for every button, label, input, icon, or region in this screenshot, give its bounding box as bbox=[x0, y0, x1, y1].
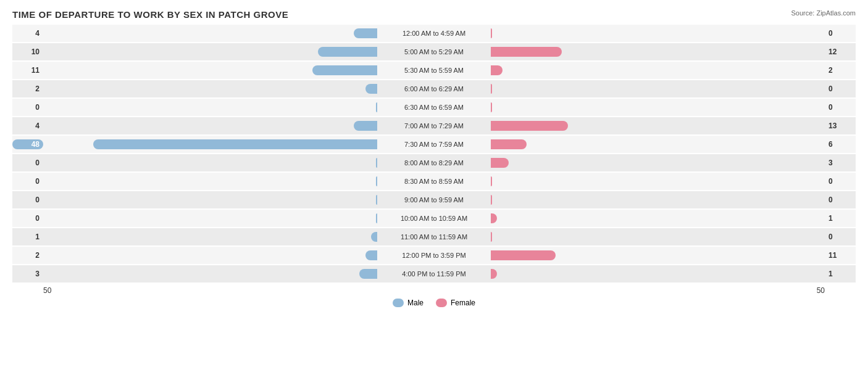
table-row: 47:00 AM to 7:29 AM13 bbox=[12, 117, 856, 134]
table-row: 09:00 AM to 9:59 AM0 bbox=[12, 191, 856, 208]
source-label: Source: ZipAtlas.com bbox=[791, 9, 856, 17]
female-bar-wrap bbox=[490, 269, 825, 279]
male-value: 10 bbox=[12, 47, 43, 56]
bars-center: 7:00 AM to 7:29 AM bbox=[43, 121, 825, 131]
female-bar bbox=[491, 176, 492, 186]
female-bar bbox=[491, 158, 509, 168]
table-row: 412:00 AM to 4:59 AM0 bbox=[12, 25, 856, 42]
bars-center: 7:30 AM to 7:59 AM bbox=[43, 139, 825, 149]
female-value: 6 bbox=[825, 140, 856, 149]
table-row: 08:30 AM to 8:59 AM0 bbox=[12, 173, 856, 190]
female-value: 0 bbox=[825, 29, 856, 38]
female-bar-wrap bbox=[490, 139, 825, 149]
chart-title: TIME OF DEPARTURE TO WORK BY SEX IN PATC… bbox=[12, 9, 856, 20]
female-bar-wrap bbox=[490, 250, 825, 260]
male-swatch bbox=[393, 299, 404, 307]
male-bar-wrap bbox=[43, 158, 378, 168]
male-bar bbox=[354, 28, 377, 38]
female-value: 0 bbox=[825, 177, 856, 186]
legend: Male Female bbox=[12, 299, 856, 307]
female-label: Female bbox=[451, 299, 475, 307]
male-bar bbox=[365, 250, 377, 260]
bars-center: 5:00 AM to 5:29 AM bbox=[43, 47, 825, 57]
male-bar-wrap bbox=[43, 28, 378, 38]
time-label: 12:00 PM to 3:59 PM bbox=[378, 252, 490, 259]
female-value: 11 bbox=[825, 251, 856, 260]
female-bar bbox=[491, 28, 492, 38]
male-bar-wrap bbox=[43, 84, 378, 94]
female-bar bbox=[491, 121, 568, 131]
male-bar-wrap bbox=[43, 232, 378, 242]
time-label: 8:00 AM to 8:29 AM bbox=[378, 159, 490, 167]
female-value: 3 bbox=[825, 159, 856, 167]
female-swatch bbox=[436, 299, 447, 307]
male-value: 3 bbox=[12, 270, 43, 278]
female-bar-wrap bbox=[490, 121, 825, 131]
bars-center: 11:00 AM to 11:59 AM bbox=[43, 232, 825, 242]
female-bar-wrap bbox=[490, 65, 825, 75]
male-label: Male bbox=[407, 299, 424, 307]
table-row: 105:00 AM to 5:29 AM12 bbox=[12, 43, 856, 60]
time-label: 9:00 AM to 9:59 AM bbox=[378, 196, 490, 204]
male-value: 0 bbox=[12, 196, 43, 204]
female-bar bbox=[491, 84, 492, 94]
male-bar-wrap bbox=[43, 250, 378, 260]
legend-male: Male bbox=[393, 299, 424, 307]
female-value: 0 bbox=[825, 233, 856, 241]
chart-area: 412:00 AM to 4:59 AM0105:00 AM to 5:29 A… bbox=[12, 25, 856, 282]
time-label: 7:30 AM to 7:59 AM bbox=[378, 141, 490, 148]
male-bar bbox=[371, 232, 377, 242]
bars-center: 8:00 AM to 8:29 AM bbox=[43, 158, 825, 168]
time-label: 6:30 AM to 6:59 AM bbox=[378, 104, 490, 111]
female-bar bbox=[491, 47, 562, 57]
bars-center: 6:00 AM to 6:29 AM bbox=[43, 84, 825, 94]
male-value: 2 bbox=[12, 251, 43, 260]
male-bar bbox=[376, 213, 377, 223]
male-bar bbox=[354, 121, 377, 131]
bars-center: 5:30 AM to 5:59 AM bbox=[43, 65, 825, 75]
male-bar-wrap bbox=[43, 195, 378, 205]
male-bar bbox=[93, 139, 377, 149]
female-value: 0 bbox=[825, 85, 856, 93]
female-bar bbox=[491, 139, 527, 149]
female-bar-wrap bbox=[490, 176, 825, 186]
bars-center: 10:00 AM to 10:59 AM bbox=[43, 213, 825, 223]
female-value: 0 bbox=[825, 103, 856, 112]
time-label: 10:00 AM to 10:59 AM bbox=[378, 215, 490, 222]
axis-labels: 50 50 bbox=[12, 284, 856, 295]
male-bar bbox=[318, 47, 377, 57]
female-value: 1 bbox=[825, 270, 856, 278]
female-bar bbox=[491, 250, 556, 260]
female-bar-wrap bbox=[490, 84, 825, 94]
female-bar bbox=[491, 65, 503, 75]
male-bar-wrap bbox=[43, 65, 378, 75]
legend-female: Female bbox=[436, 299, 475, 307]
male-bar-wrap bbox=[43, 176, 378, 186]
time-label: 12:00 AM to 4:59 AM bbox=[378, 30, 490, 37]
female-bar-wrap bbox=[490, 102, 825, 112]
table-row: 08:00 AM to 8:29 AM3 bbox=[12, 154, 856, 171]
table-row: 111:00 AM to 11:59 AM0 bbox=[12, 228, 856, 245]
female-value: 2 bbox=[825, 66, 856, 75]
male-value: 4 bbox=[12, 122, 43, 130]
male-bar-wrap bbox=[43, 121, 378, 131]
time-label: 6:00 AM to 6:29 AM bbox=[378, 85, 490, 93]
female-bar-wrap bbox=[490, 232, 825, 242]
male-bar-wrap bbox=[43, 102, 378, 112]
male-value: 2 bbox=[12, 85, 43, 93]
male-value: 0 bbox=[12, 177, 43, 186]
time-label: 7:00 AM to 7:29 AM bbox=[378, 122, 490, 130]
female-value: 0 bbox=[825, 196, 856, 204]
female-value: 1 bbox=[825, 214, 856, 223]
male-value: 0 bbox=[12, 214, 43, 223]
male-bar-wrap bbox=[43, 269, 378, 279]
bars-center: 12:00 AM to 4:59 AM bbox=[43, 28, 825, 38]
female-bar bbox=[491, 213, 497, 223]
female-bar bbox=[491, 232, 492, 242]
bars-center: 6:30 AM to 6:59 AM bbox=[43, 102, 825, 112]
axis-right-label: 50 bbox=[817, 286, 856, 295]
table-row: 010:00 AM to 10:59 AM1 bbox=[12, 210, 856, 227]
male-bar bbox=[359, 269, 377, 279]
female-bar bbox=[491, 269, 497, 279]
female-bar-wrap bbox=[490, 158, 825, 168]
